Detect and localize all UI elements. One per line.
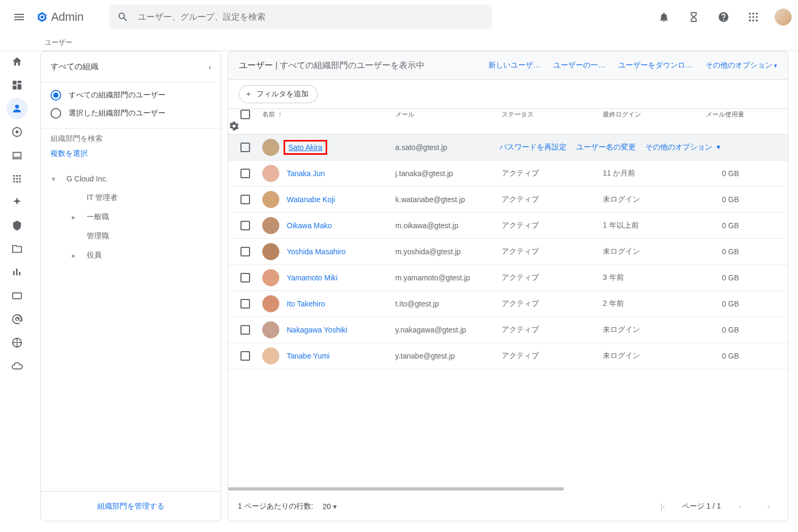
svg-point-3 [756, 13, 758, 15]
user-name-link[interactable]: Yamamoto Miki [287, 273, 337, 282]
user-last-login: 1 年以上前 [601, 221, 702, 230]
user-name-link[interactable]: Sato Akira [288, 143, 322, 152]
main-panel: ユーザー | すべての組織部門のユーザーを表示中 新しいユーザ… ユーザーの一…… [228, 51, 788, 521]
horizontal-scrollbar[interactable] [228, 486, 788, 492]
radio-all-orgs[interactable]: すべての組織部門のユーザー [51, 90, 211, 101]
next-page-icon[interactable]: › [759, 497, 778, 516]
manage-orgs-link[interactable]: 組織部門を管理する [41, 491, 221, 521]
rail-reports-icon[interactable] [6, 262, 28, 283]
action-download-users[interactable]: ユーザーをダウンロ… [618, 61, 693, 70]
rail-chrome-icon[interactable] [6, 121, 28, 143]
org-search-input[interactable] [51, 134, 211, 143]
col-last-login[interactable]: 最終ログイン [601, 110, 702, 119]
collapse-icon[interactable]: ‹ [209, 62, 211, 71]
notifications-icon[interactable] [651, 4, 677, 30]
rail-devices-icon[interactable] [6, 145, 28, 166]
rows-per-page-select[interactable]: 20 ▾ [323, 502, 337, 511]
row-checkbox[interactable] [240, 143, 250, 152]
rail-billing-icon[interactable] [6, 285, 28, 306]
user-status: アクティブ [500, 299, 601, 309]
col-status[interactable]: ステータス [500, 110, 601, 119]
row-checkbox[interactable] [240, 351, 250, 361]
search-bar[interactable] [109, 5, 492, 29]
breadcrumb: ユーザー [0, 34, 798, 51]
user-name-link[interactable]: Watanabe Koji [287, 195, 335, 204]
user-email: m.yamamoto@gtest.jp [393, 273, 500, 282]
rail-security-icon[interactable] [6, 215, 28, 236]
radio-selected-label: 選択した組織部門のユーザー [69, 109, 165, 118]
table-row[interactable]: Yoshida Masahiro m.yoshida@gtest.jp アクティ… [228, 239, 788, 265]
prev-page-icon[interactable]: ‹ [730, 497, 750, 516]
row-action-reset-password[interactable]: パスワードを再設定 [500, 143, 567, 152]
table-row[interactable]: Watanabe Koji k.watanabe@gtest.jp アクティブ … [228, 187, 788, 213]
table-row[interactable]: Sato Akira a.sato@gtest.jp パスワードを再設定 ユーザ… [228, 135, 788, 161]
col-email[interactable]: メール [393, 110, 500, 119]
search-icon[interactable] [112, 6, 134, 28]
row-checkbox[interactable] [240, 299, 250, 309]
hourglass-icon[interactable] [681, 4, 706, 30]
row-checkbox[interactable] [240, 195, 250, 204]
add-filter-chip[interactable]: ＋ フィルタを追加 [239, 85, 318, 103]
svg-point-7 [749, 20, 751, 22]
hamburger-icon[interactable] [6, 4, 32, 30]
rail-cloud-icon[interactable] [6, 355, 28, 377]
user-name-link[interactable]: Ito Takehiro [287, 300, 325, 308]
org-sidebar: すべての組織 ‹ すべての組織部門のユーザー 選択した組織部門のユーザー 複数を… [40, 51, 221, 521]
rail-folder-icon[interactable] [6, 238, 28, 260]
action-more-options[interactable]: その他のオプション [705, 61, 777, 70]
rail-home-icon[interactable] [6, 51, 28, 72]
rail-at-icon[interactable] [6, 309, 28, 330]
col-name[interactable]: 名前↑ [260, 110, 393, 119]
select-all-checkbox[interactable] [240, 110, 250, 119]
radio-icon [51, 108, 61, 119]
rail-sparkle-icon[interactable] [6, 192, 28, 213]
multi-select-link[interactable]: 複数を選択 [41, 145, 221, 166]
apps-grid-icon[interactable] [741, 4, 766, 30]
tree-item[interactable]: ▸一般職 [47, 207, 221, 227]
user-name-link[interactable]: Tanabe Yumi [287, 352, 330, 360]
table-row[interactable]: Oikawa Mako m.oikawa@gtest.jp アクティブ 1 年以… [228, 213, 788, 239]
user-name-link[interactable]: Yoshida Masahiro [287, 247, 346, 256]
sort-asc-icon: ↑ [278, 111, 281, 118]
breadcrumb-text[interactable]: ユーザー [45, 38, 72, 47]
action-bulk-users[interactable]: ユーザーの一… [553, 61, 605, 70]
help-icon[interactable] [711, 4, 736, 30]
user-status: アクティブ [500, 325, 601, 335]
row-checkbox[interactable] [240, 325, 250, 335]
first-page-icon[interactable]: |‹ [653, 497, 672, 516]
logo[interactable]: Admin [36, 10, 84, 24]
column-settings-icon[interactable] [228, 120, 260, 134]
rail-wheel-icon[interactable] [6, 332, 28, 353]
table-row[interactable]: Tanabe Yumi y.tanabe@gtest.jp アクティブ 未ログイ… [228, 343, 788, 369]
svg-point-13 [16, 175, 18, 177]
account-avatar[interactable] [775, 9, 792, 26]
row-action-rename[interactable]: ユーザー名の変更 [576, 143, 636, 152]
user-name-link[interactable]: Nakagawa Yoshiki [287, 326, 347, 334]
table-row[interactable]: Ito Takehiro t.ito@gtest.jp アクティブ 2 年前 0… [228, 291, 788, 317]
col-mail-usage[interactable]: メール使用量 [702, 110, 755, 119]
tree-item[interactable]: ▸役員 [47, 246, 221, 265]
rail-apps-icon[interactable] [6, 168, 28, 189]
row-checkbox[interactable] [240, 169, 250, 178]
row-checkbox[interactable] [240, 221, 250, 230]
rail-dashboard-icon[interactable] [6, 74, 28, 96]
tree-item[interactable]: 管理職 [47, 227, 221, 246]
svg-point-15 [13, 178, 15, 180]
row-action-more[interactable]: その他のオプション ▾ [645, 143, 720, 152]
tree-root[interactable]: ▾ G Cloud Inc. [47, 169, 221, 188]
user-name-link[interactable]: Tanaka Jun [287, 169, 325, 178]
user-avatar [262, 321, 279, 338]
row-checkbox[interactable] [240, 273, 250, 282]
table-row[interactable]: Nakagawa Yoshiki y.nakagawa@gtest.jp アクテ… [228, 317, 788, 343]
action-new-user[interactable]: 新しいユーザ… [488, 61, 541, 70]
tree-item[interactable]: IT 管理者 [47, 188, 221, 207]
row-checkbox[interactable] [240, 247, 250, 256]
table-row[interactable]: Tanaka Jun j.tanaka@gtest.jp アクティブ 11 か月… [228, 161, 788, 187]
search-input[interactable] [134, 12, 489, 22]
radio-selected-org[interactable]: 選択した組織部門のユーザー [51, 108, 211, 119]
user-last-login: 未ログイン [601, 195, 702, 204]
svg-point-17 [19, 178, 21, 180]
table-row[interactable]: Yamamoto Miki m.yamamoto@gtest.jp アクティブ … [228, 265, 788, 291]
user-name-link[interactable]: Oikawa Mako [287, 221, 332, 230]
rail-users-icon[interactable] [6, 98, 28, 119]
